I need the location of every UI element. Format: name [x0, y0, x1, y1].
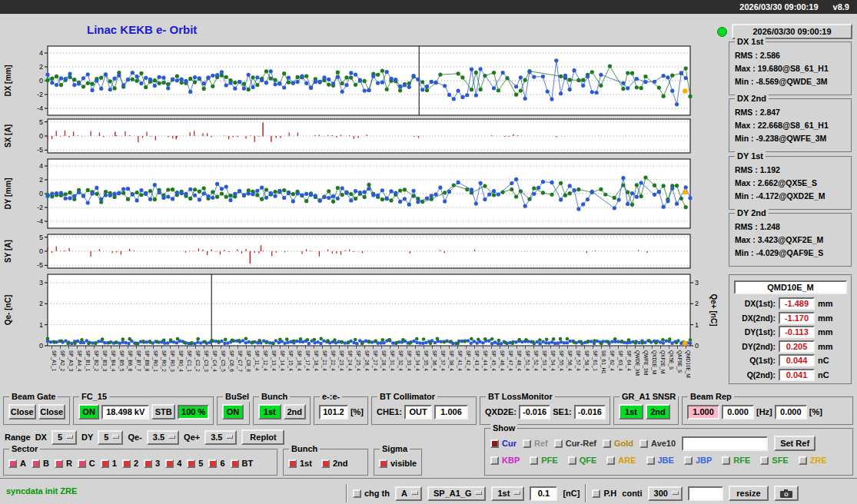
- show-checkbox-qfe[interactable]: QFE: [568, 456, 597, 465]
- fc15-stb-button[interactable]: STB: [151, 404, 175, 419]
- checkbox-label: 3: [155, 459, 160, 468]
- mode-select[interactable]: A: [395, 486, 422, 501]
- show-checkbox-kbp[interactable]: KBP: [490, 456, 520, 465]
- svg-text:2: 2: [39, 63, 43, 71]
- checkbox-indicator-icon: [165, 459, 174, 468]
- stats-rms: RMS : 2.586: [730, 49, 851, 62]
- sector-checkbox-1[interactable]: 1: [101, 459, 117, 468]
- sector-checkbox-4[interactable]: 4: [165, 459, 181, 468]
- svg-text:Qe+ [nC]: Qe+ [nC]: [709, 294, 718, 327]
- snapshot-button[interactable]: [774, 486, 799, 501]
- ee-ratio-unit: [%]: [350, 407, 364, 416]
- beam-gate-close-button-2[interactable]: Close: [38, 404, 66, 419]
- show-title: Show: [490, 423, 517, 433]
- beam-gate-close-button-1[interactable]: Close: [8, 404, 36, 419]
- bunch-2nd-button[interactable]: 2nd: [284, 404, 307, 419]
- show-checkbox-rfe[interactable]: RFE: [722, 456, 750, 465]
- svg-text:QXF2E_M: QXF2E_M: [659, 350, 666, 373]
- ph-checkbox[interactable]: P.H: [592, 489, 616, 498]
- stats-group-dx-1st: DX 1st RMS : 2.586 Max : 19.680@S8_61_H1…: [729, 41, 852, 96]
- fc15-on-button[interactable]: ON: [78, 404, 99, 419]
- svg-text:SP_B8_8: SP_B8_8: [144, 350, 150, 372]
- svg-text:SP_C6_6: SP_C6_6: [228, 350, 234, 372]
- svg-text:SP_51_4: SP_51_4: [524, 350, 530, 371]
- svg-text:SP_B6_6: SP_B6_6: [127, 350, 133, 372]
- svg-text:5: 5: [39, 234, 43, 241]
- sector-checkbox-5[interactable]: 5: [187, 459, 203, 468]
- option-indicator-icon: [475, 491, 482, 495]
- beam-gate-title: Beam Gate: [9, 392, 58, 402]
- bunch-checkbox-2nd[interactable]: 2nd: [321, 459, 348, 468]
- svg-text:5: 5: [39, 118, 43, 126]
- checkbox-indicator-icon: [554, 439, 563, 448]
- checkbox-label: 2nd: [333, 459, 348, 468]
- busel-on-button[interactable]: ON: [222, 404, 244, 419]
- se1-label: SE1:: [553, 407, 571, 416]
- beam-gate-group: Beam Gate Close Close: [3, 396, 71, 426]
- sector-checkbox-a[interactable]: A: [8, 459, 26, 468]
- replot-button[interactable]: Replot: [241, 429, 284, 445]
- page-title: Linac KEKB e- Orbit: [87, 23, 197, 36]
- monitor-select[interactable]: SP_A1_G: [427, 486, 487, 501]
- sector-checkbox-bt[interactable]: BT: [231, 459, 254, 468]
- svg-text:SP_54_4: SP_54_4: [550, 350, 556, 371]
- range-qem-label: Qe-: [128, 433, 141, 442]
- show-checkbox-cur-ref[interactable]: Cur-Ref: [554, 439, 596, 448]
- bunch-select[interactable]: 1st: [491, 486, 524, 501]
- sigma-visible-checkbox[interactable]: visible: [379, 459, 417, 468]
- gr-snsr-1st-button[interactable]: 1st: [619, 404, 643, 419]
- show-checkbox-ref[interactable]: Ref: [523, 439, 548, 448]
- range-qem-select[interactable]: 3.5: [147, 430, 179, 445]
- show-checkbox-sfe[interactable]: SFE: [760, 456, 788, 465]
- checkbox-indicator-icon: [144, 459, 152, 468]
- svg-text:QX5E_S: QX5E_S: [668, 350, 674, 370]
- option-indicator-icon: [66, 435, 73, 439]
- resize-button[interactable]: resize: [729, 486, 769, 501]
- range-dx-select[interactable]: 5: [51, 430, 77, 445]
- bunch-checkbox-1st[interactable]: 1st: [288, 459, 312, 468]
- svg-text:S8_61_H1: S8_61_H1: [600, 350, 606, 374]
- show-checkbox-jbe[interactable]: JBE: [646, 456, 674, 465]
- show-checkbox-pfe[interactable]: PFE: [530, 456, 557, 465]
- ee-ratio-title: e-:e-: [320, 392, 342, 402]
- range-dy-select[interactable]: 5: [98, 430, 123, 445]
- show-checkbox-gold[interactable]: Gold: [603, 439, 633, 448]
- show-checkbox-jbp[interactable]: JBP: [684, 456, 712, 465]
- checkbox-label: 1st: [300, 459, 312, 468]
- ref-name-input[interactable]: [682, 436, 768, 451]
- show-checkbox-cur[interactable]: Cur: [490, 439, 517, 448]
- range-qep-value: 3.5: [211, 433, 222, 442]
- set-ref-button[interactable]: Set Ref: [774, 436, 815, 451]
- svg-text:SP_18_4: SP_18_4: [313, 350, 319, 371]
- bunch-1st-button[interactable]: 1st: [258, 404, 281, 419]
- bunch-select-group: Bunch 1st 2nd: [253, 396, 311, 426]
- svg-text:SP_41_4: SP_41_4: [457, 350, 463, 371]
- svg-text:-5: -5: [37, 146, 43, 154]
- fc15-kv-display: 18.498 kV: [101, 405, 149, 419]
- sector-checkbox-3[interactable]: 3: [144, 459, 160, 468]
- sector-checkbox-b[interactable]: B: [32, 459, 49, 468]
- show-checkbox-zre[interactable]: ZRE: [799, 456, 827, 465]
- sector-checkbox-r[interactable]: R: [55, 459, 72, 468]
- gr-snsr-2nd-button[interactable]: 2nd: [646, 404, 670, 419]
- sector-checkbox-6[interactable]: 6: [208, 459, 224, 468]
- range-dy-label: DY: [81, 433, 93, 442]
- checkbox-indicator-icon: [646, 456, 655, 465]
- points-select[interactable]: 300: [648, 486, 683, 501]
- sector-checkbox-c[interactable]: C: [78, 459, 95, 468]
- show-checkbox-are[interactable]: ARE: [606, 456, 636, 465]
- checkbox-label: 1: [112, 459, 117, 468]
- range-qep-select[interactable]: 3.5: [204, 430, 237, 445]
- chg-th-checkbox[interactable]: chg th: [353, 489, 390, 498]
- monitor-label: Q(1st):: [732, 356, 776, 365]
- checkbox-label: SFE: [772, 456, 788, 465]
- svg-text:-2: -2: [37, 91, 43, 98]
- sector-checkbox-2[interactable]: 2: [122, 459, 138, 468]
- svg-text:SP_C5_5: SP_C5_5: [220, 350, 226, 372]
- svg-text:DX [mm]: DX [mm]: [4, 65, 12, 96]
- extra-input[interactable]: [688, 486, 723, 501]
- threshold-input[interactable]: [530, 486, 557, 501]
- titlebar-datetime: 2026/03/30 09:00:19: [739, 2, 818, 12]
- checkbox-label: B: [43, 459, 49, 468]
- show-checkbox-ave10[interactable]: Ave10: [639, 439, 676, 448]
